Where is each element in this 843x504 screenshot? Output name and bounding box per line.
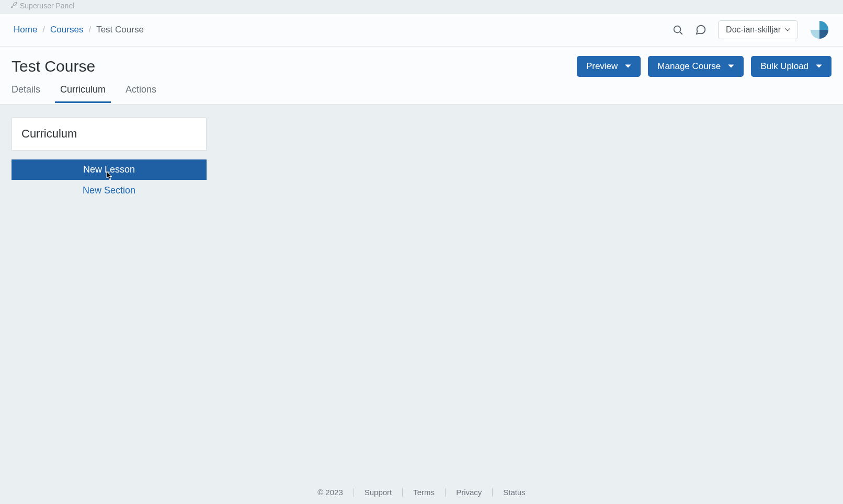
superuser-panel-bar[interactable]: Superuser Panel	[0, 0, 843, 13]
breadcrumb: Home / Courses / Test Course	[14, 25, 144, 35]
curriculum-panel: Curriculum New Lesson New Section	[12, 117, 207, 201]
breadcrumb-home[interactable]: Home	[14, 25, 37, 35]
preview-label: Preview	[586, 61, 618, 72]
caret-down-icon	[625, 63, 631, 70]
manage-course-button[interactable]: Manage Course	[648, 56, 744, 77]
curriculum-panel-title: Curriculum	[12, 117, 207, 151]
tabs: Details Curriculum Actions	[12, 84, 831, 104]
footer-terms-link[interactable]: Terms	[413, 488, 435, 497]
svg-line-1	[680, 32, 682, 34]
breadcrumb-current: Test Course	[96, 25, 144, 35]
tab-curriculum[interactable]: Curriculum	[60, 84, 106, 104]
tab-details[interactable]: Details	[12, 84, 40, 104]
footer-divider	[354, 488, 354, 497]
tab-actions[interactable]: Actions	[126, 84, 156, 104]
footer-divider	[445, 488, 446, 497]
new-lesson-button[interactable]: New Lesson	[12, 159, 207, 180]
footer-support-link[interactable]: Support	[364, 488, 392, 497]
top-nav: Home / Courses / Test Course Doc-ian-ski…	[0, 13, 843, 47]
caret-down-icon	[785, 28, 790, 31]
page-header: Test Course Preview Manage Course Bulk U…	[0, 47, 843, 105]
bulk-upload-button[interactable]: Bulk Upload	[751, 56, 831, 77]
rocket-icon	[10, 2, 17, 10]
footer-divider	[402, 488, 403, 497]
caret-down-icon	[816, 63, 822, 70]
search-icon[interactable]	[672, 24, 683, 36]
footer-privacy-link[interactable]: Privacy	[456, 488, 482, 497]
breadcrumb-separator: /	[42, 25, 45, 35]
footer: © 2023 Support Terms Privacy Status	[0, 488, 843, 497]
caret-down-icon	[728, 63, 734, 70]
nav-right: Doc-ian-skilljar	[672, 20, 829, 40]
breadcrumb-courses[interactable]: Courses	[50, 25, 83, 35]
footer-copyright: © 2023	[317, 488, 343, 497]
new-section-link[interactable]: New Section	[12, 180, 207, 201]
footer-status-link[interactable]: Status	[503, 488, 526, 497]
superuser-label: Superuser Panel	[20, 2, 74, 10]
breadcrumb-separator: /	[88, 25, 91, 35]
preview-button[interactable]: Preview	[577, 56, 641, 77]
bulk-label: Bulk Upload	[760, 61, 808, 72]
user-dropdown[interactable]: Doc-ian-skilljar	[718, 20, 798, 39]
header-actions: Preview Manage Course Bulk Upload	[577, 56, 831, 77]
page-title: Test Course	[12, 58, 95, 75]
user-name: Doc-ian-skilljar	[726, 25, 781, 35]
brand-logo[interactable]	[810, 20, 829, 40]
manage-label: Manage Course	[657, 61, 721, 72]
footer-divider	[492, 488, 493, 497]
chat-icon[interactable]	[695, 24, 707, 36]
content-area: Curriculum New Lesson New Section	[0, 105, 843, 214]
